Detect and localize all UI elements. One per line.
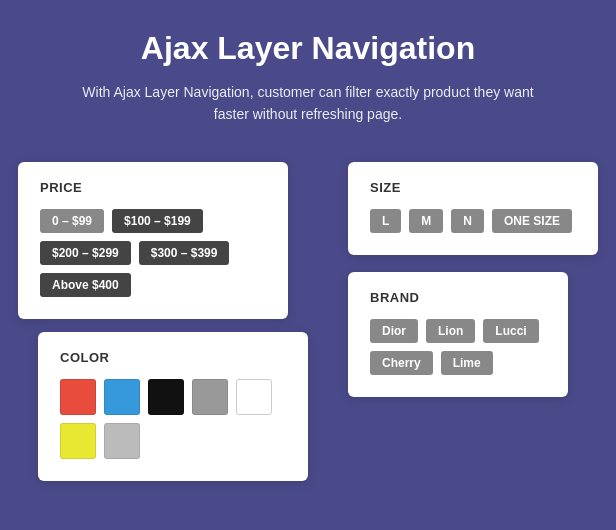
page-subtitle: With Ajax Layer Navigation, customer can… [78,81,538,126]
color-card: COLOR [38,332,308,481]
cards-area: PRICE 0 – $99 $100 – $199 $200 – $299 $3… [18,162,598,452]
price-label: PRICE [40,180,266,195]
price-tag-4[interactable]: $300 – $399 [139,241,230,265]
brand-card: BRAND Dior Lion Lucci Cherry Lime [348,272,568,397]
brand-tag-lime[interactable]: Lime [441,351,493,375]
color-swatch-gray[interactable] [192,379,228,415]
price-tag-2[interactable]: $100 – $199 [112,209,203,233]
size-tag-n[interactable]: N [451,209,484,233]
color-label: COLOR [60,350,286,365]
size-tag-l[interactable]: L [370,209,401,233]
price-card: PRICE 0 – $99 $100 – $199 $200 – $299 $3… [18,162,288,319]
color-swatch-yellow[interactable] [60,423,96,459]
price-tag-1[interactable]: 0 – $99 [40,209,104,233]
color-swatch-blue[interactable] [104,379,140,415]
brand-tag-dior[interactable]: Dior [370,319,418,343]
size-label: SIZE [370,180,576,195]
page-title: Ajax Layer Navigation [141,30,475,67]
color-swatch-red[interactable] [60,379,96,415]
brand-tag-lion[interactable]: Lion [426,319,475,343]
color-swatch-white[interactable] [236,379,272,415]
size-tag-m[interactable]: M [409,209,443,233]
size-tag-onesize[interactable]: ONE SIZE [492,209,572,233]
brand-label: BRAND [370,290,546,305]
brand-tags: Dior Lion Lucci Cherry Lime [370,319,546,375]
color-swatch-black[interactable] [148,379,184,415]
color-swatch-lgray[interactable] [104,423,140,459]
brand-tag-lucci[interactable]: Lucci [483,319,538,343]
size-card: SIZE L M N ONE SIZE [348,162,598,255]
color-swatches [60,379,286,459]
price-tag-3[interactable]: $200 – $299 [40,241,131,265]
brand-tag-cherry[interactable]: Cherry [370,351,433,375]
price-tag-5[interactable]: Above $400 [40,273,131,297]
size-tags: L M N ONE SIZE [370,209,576,233]
price-tags: 0 – $99 $100 – $199 $200 – $299 $300 – $… [40,209,266,297]
